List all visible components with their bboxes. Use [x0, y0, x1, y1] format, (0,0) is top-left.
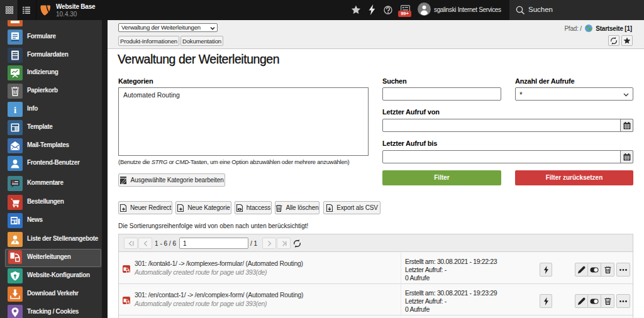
svg-text:i: i [14, 105, 16, 115]
